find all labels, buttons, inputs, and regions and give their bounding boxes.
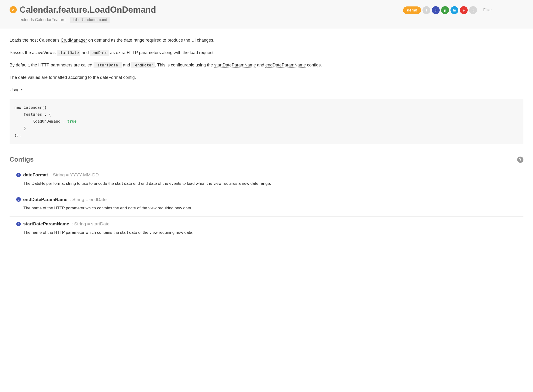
config-item-startdateparamname[interactable]: c startDateParamName : String = startDat… [10,217,523,241]
config-badge-icon: c [16,173,21,177]
config-name: dateFormat [23,172,48,178]
text: Loads the host Calendar's [10,38,61,43]
demo-badge[interactable]: demo [403,6,421,14]
extends-text: extends CalendarFeature [20,17,66,22]
badges-row: demo f c p fn e t [403,6,477,14]
text: on demand as the date range required to … [87,38,214,43]
configs-title: Configs [10,156,34,163]
startdateparamname-link[interactable]: startDateParamName [214,63,256,68]
header-right: demo f c p fn e t [403,6,523,14]
p-badge[interactable]: p [441,6,449,14]
config-desc: The name of the HTTP parameter which con… [23,205,523,211]
description: Loads the host Calendar's CrudManager on… [10,37,523,93]
config-type: : String = endDate [70,197,107,202]
e-badge[interactable]: e [460,6,468,14]
subtitle-row: extends CalendarFeature id: loadondemand [20,17,156,23]
header-left: c Calendar.feature.LoadOnDemand extends … [10,5,156,23]
c-badge[interactable]: c [432,6,440,14]
code-enddate: endDate [90,50,109,56]
filter-input[interactable] [483,6,523,14]
text: . This is configurable using the [155,63,214,67]
code-line: loadOnDemand : true [14,118,519,125]
fn-badge[interactable]: fn [450,6,458,14]
desc-para-5: Usage: [10,87,523,93]
text: 's [53,50,57,55]
code-startdate-str: 'startDate' [94,62,122,68]
f-badge[interactable]: f [422,6,430,14]
text: and [122,63,131,67]
text: and [256,63,265,67]
config-type: : String = startDate [72,221,110,227]
text: format string to use to encode the start… [52,181,271,186]
text: The date values are formatted according … [10,75,100,80]
t-badge[interactable]: t [469,6,477,14]
config-name: endDateParamName [23,197,67,202]
config-header: c dateFormat : String = YYYY-MM-DD [16,172,523,178]
text: loadOnDemand : [14,119,67,124]
desc-para-4: The date values are formatted according … [10,74,523,81]
config-header: c endDateParamName : String = endDate [16,197,523,202]
text: The [23,181,32,186]
keyword: new [14,105,21,110]
page-title: Calendar.feature.LoadOnDemand [20,5,156,15]
config-badge-icon: c [16,222,21,226]
code-line: } [14,125,519,132]
code-startdate: startDate [57,50,80,56]
datehelper-link[interactable]: DateHelper [32,181,52,186]
content: Loads the host Calendar's CrudManager on… [0,28,533,250]
help-icon[interactable]: ? [517,157,523,163]
code-enddate-str: 'endDate' [131,62,155,68]
code-line: features : { [14,111,519,118]
code-line: new Calendar({ [14,104,519,111]
config-desc: The name of the HTTP parameter which con… [23,229,523,236]
extends-label: extends [20,17,35,22]
text: Calendar({ [21,105,47,110]
activeview-link[interactable]: activeView [32,50,53,55]
title-row: c Calendar.feature.LoadOnDemand [10,5,156,15]
code-block: new Calendar({ features : { loadOnDemand… [10,99,523,144]
class-icon: c [10,6,17,13]
configs-header-row: Configs ? [10,156,523,163]
text: By default, the HTTP parameters are call… [10,63,94,67]
text: Passes the [10,50,32,55]
config-header: c startDateParamName : String = startDat… [16,221,523,227]
id-tag: id: loadondemand [70,17,110,23]
configs-list: c dateFormat : String = YYYY-MM-DD The D… [10,170,523,241]
config-item-dateformat[interactable]: c dateFormat : String = YYYY-MM-DD The D… [10,170,523,192]
extends-link[interactable]: CalendarFeature [35,17,66,22]
page-header: c Calendar.feature.LoadOnDemand extends … [0,0,533,28]
desc-para-2: Passes the activeView's startDate and en… [10,49,523,56]
desc-para-1: Loads the host Calendar's CrudManager on… [10,37,523,44]
config-type: : String = YYYY-MM-DD [50,172,99,178]
crudmanager-link[interactable]: CrudManager [61,38,87,43]
desc-para-3: By default, the HTTP parameters are call… [10,62,523,69]
config-badge-icon: c [16,197,21,202]
text: and [80,50,90,55]
dateformat-link[interactable]: dateFormat [100,75,122,80]
code-line: }); [14,132,519,139]
config-item-enddateparamname[interactable]: c endDateParamName : String = endDate Th… [10,192,523,217]
config-desc: The DateHelper format string to use to e… [23,180,523,187]
config-name: startDateParamName [23,221,69,227]
text: config. [122,75,136,80]
boolean: true [67,119,77,124]
text: as extra HTTP parameters along with the … [109,50,215,55]
text: configs. [306,63,322,67]
enddateparamname-link[interactable]: endDateParamName [265,63,306,68]
